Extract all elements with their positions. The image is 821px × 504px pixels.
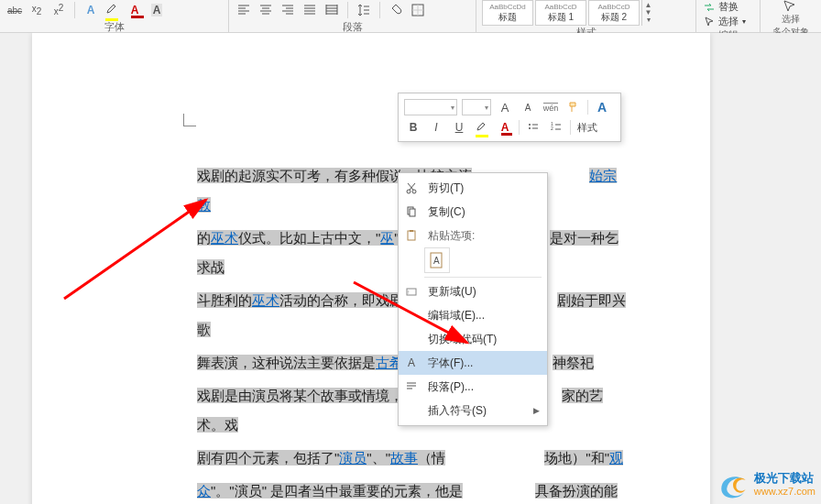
border-button[interactable] <box>409 2 427 18</box>
ribbon-group-edit: 替换 选择 ▾ 编辑 <box>696 0 761 32</box>
newgroup-select-label[interactable]: 选择 <box>782 13 800 26</box>
strikethrough-button[interactable]: abc <box>5 2 24 18</box>
svg-rect-10 <box>410 230 413 232</box>
mini-font-size[interactable]: ▾ <box>462 99 491 115</box>
ribbon-group-styles: AaBbCcDd 标题 AaBbCcD 标题 1 AaBbCcD 标题 2 ▲▼… <box>476 0 696 32</box>
ctx-update-field[interactable]: ! 更新域(U) <box>399 279 547 303</box>
mini-styles-label[interactable]: 样式 <box>577 121 597 135</box>
mini-highlight[interactable] <box>473 118 491 137</box>
ctx-separator <box>424 277 542 278</box>
mini-font-family[interactable]: ▾ <box>404 99 457 115</box>
ribbon-group-paragraph-label: 段落 <box>229 20 476 33</box>
watermark-logo-icon <box>717 469 749 500</box>
doc-link-actor1[interactable]: 演员 <box>339 450 367 466</box>
doc-link-wushu1[interactable]: 巫术 <box>211 230 238 246</box>
ctx-cut[interactable]: 剪切(T) <box>399 176 547 200</box>
ribbon-group-paragraph: 段落 <box>229 0 476 32</box>
style-heading[interactable]: AaBbCcDd 标题 <box>482 0 533 26</box>
ribbon-group-font-label: 字体 <box>0 20 228 33</box>
refresh-icon: ! <box>402 285 421 298</box>
context-menu: 剪切(T) 复制(C) 粘贴选项: A ! 更新域(U) 编辑域(E)... 切… <box>398 172 548 426</box>
mini-bullets[interactable] <box>524 118 542 137</box>
font-icon: A <box>402 356 421 369</box>
paragraph-icon <box>402 380 421 393</box>
mini-styles-icon[interactable]: A <box>593 98 611 116</box>
clipboard-icon <box>402 229 421 242</box>
document-viewport: 戏剧的起源实不可考，有多种假说。比较主流 始宗教 的巫术仪式。比如上古中文，"巫… <box>0 33 821 504</box>
style-gallery-more[interactable]: ▲▼▾ <box>641 0 654 26</box>
ribbon-group-new: 选择 多个对象 新建组 <box>761 0 821 32</box>
svg-point-1 <box>529 124 531 126</box>
svg-text:A: A <box>433 256 440 266</box>
mini-underline[interactable]: U <box>450 118 468 137</box>
mini-phonetic[interactable]: wén <box>542 98 560 116</box>
chevron-right-icon: ▶ <box>533 406 540 415</box>
text-effects-button[interactable]: A <box>82 2 100 18</box>
doc-link-audience2[interactable]: 众 <box>197 483 211 499</box>
select-objects-icon <box>783 0 799 13</box>
svg-point-2 <box>529 127 531 129</box>
shading-button[interactable] <box>387 2 405 18</box>
watermark-title: 极光下载站 <box>754 472 816 485</box>
align-distributed-button[interactable] <box>323 2 341 18</box>
subscript-button[interactable]: x2 <box>27 2 46 18</box>
copy-icon <box>402 205 421 218</box>
doc-link-wu[interactable]: 巫 <box>380 230 394 246</box>
align-left-button[interactable] <box>235 2 253 18</box>
style-heading2[interactable]: AaBbCcD 标题 2 <box>588 0 640 26</box>
mini-numbering[interactable]: 12 <box>547 118 565 137</box>
scissors-icon <box>402 181 421 194</box>
highlight-button[interactable] <box>104 2 122 18</box>
ctx-paste-option-keep-text[interactable]: A <box>424 247 450 273</box>
mini-italic[interactable]: I <box>427 118 445 137</box>
align-right-button[interactable] <box>279 2 297 18</box>
mini-format-painter[interactable] <box>564 98 583 116</box>
ribbon-group-font: abc x2 x2 A A A 字体 <box>0 0 229 32</box>
svg-point-5 <box>407 190 410 193</box>
ctx-copy[interactable]: 复制(C) <box>399 200 547 224</box>
superscript-button[interactable]: x2 <box>49 2 68 18</box>
watermark: 极光下载站 www.xz7.com <box>717 469 816 500</box>
cursor-icon <box>704 16 715 27</box>
replace-button[interactable]: 替换 <box>704 0 752 14</box>
mini-toolbar: ▾ ▾ A A wén A B I U A 12 样式 <box>398 93 621 142</box>
doc-link-wushu2[interactable]: 巫术 <box>252 292 279 308</box>
doc-link-audience1[interactable]: 观 <box>609 450 623 466</box>
ctx-paragraph[interactable]: 段落(P)... <box>399 375 547 399</box>
svg-text:!: ! <box>408 290 410 295</box>
char-shading-button[interactable]: A <box>148 2 166 18</box>
svg-point-6 <box>412 190 416 193</box>
svg-rect-8 <box>410 209 415 216</box>
ctx-paste-header: 粘贴选项: <box>399 224 547 247</box>
mini-grow-font[interactable]: A <box>496 98 514 116</box>
watermark-url: www.xz7.com <box>754 485 816 498</box>
ribbon-bar: abc x2 x2 A A A 字体 <box>0 0 821 33</box>
margin-mark-icon <box>183 114 196 126</box>
paste-text-icon: A <box>428 251 446 269</box>
select-button[interactable]: 选择 ▾ <box>704 15 752 28</box>
svg-text:2: 2 <box>551 126 553 131</box>
align-center-button[interactable] <box>257 2 275 18</box>
mini-shrink-font[interactable]: A <box>519 98 537 116</box>
align-justify-button[interactable] <box>301 2 319 18</box>
mini-bold[interactable]: B <box>404 118 422 137</box>
ctx-font[interactable]: A 字体(F)... <box>399 351 547 375</box>
replace-icon <box>704 2 715 13</box>
ctx-toggle-code[interactable]: 切换域代码(T) <box>399 327 547 351</box>
svg-rect-9 <box>408 231 415 240</box>
font-color-button[interactable]: A <box>126 2 144 18</box>
ctx-insert-symbol[interactable]: 插入符号(S) ▶ <box>399 399 547 422</box>
doc-link-story[interactable]: 故事 <box>390 450 418 466</box>
line-spacing-button[interactable] <box>355 2 373 18</box>
style-heading1[interactable]: AaBbCcD 标题 1 <box>535 0 586 26</box>
ctx-edit-field[interactable]: 编辑域(E)... <box>399 303 547 327</box>
mini-font-color[interactable]: A <box>496 118 514 137</box>
